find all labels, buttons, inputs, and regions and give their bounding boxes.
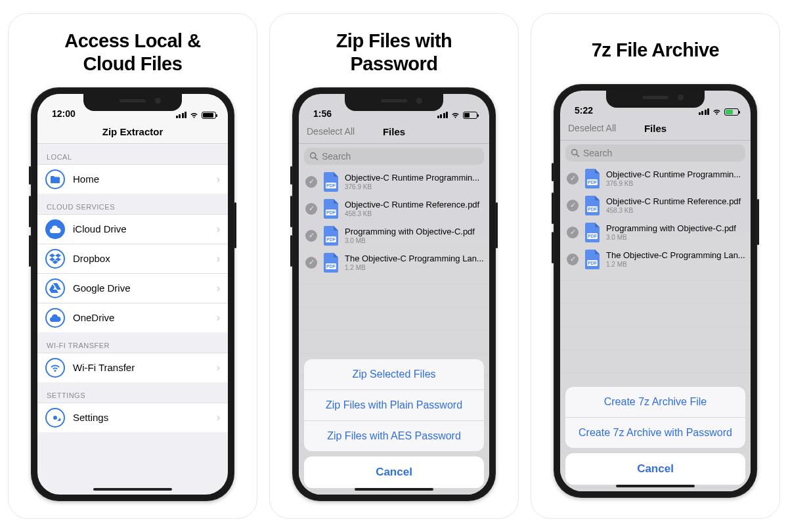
chevron-right-icon: › — [217, 282, 220, 294]
gdrive-icon — [45, 278, 65, 298]
gear-icon — [45, 408, 65, 428]
row-settings[interactable]: Settings › — [37, 403, 228, 432]
check-icon: ✓ — [567, 173, 579, 185]
check-icon: ✓ — [305, 203, 317, 215]
section-header-cloud: CLOUD SERVICES — [37, 194, 228, 214]
file-row[interactable]: ✓ Programming with Objective-C.pdf 3.0 M… — [560, 219, 751, 246]
file-name: Programming with Objective-C.pdf — [606, 223, 745, 233]
home-indicator[interactable] — [355, 488, 433, 491]
row-dropbox[interactable]: Dropbox › — [37, 244, 228, 273]
navbar-title: Zip Extractor — [102, 126, 164, 137]
file-size: 376.9 KB — [345, 183, 484, 190]
row-wifi-transfer[interactable]: Wi-Fi Transfer › — [37, 353, 228, 382]
pdf-icon — [322, 253, 339, 273]
cloud-icon — [45, 219, 65, 239]
file-name: The Objective-C Programming Lan... — [606, 250, 745, 260]
row-gdrive[interactable]: Google Drive › — [37, 273, 228, 303]
file-row[interactable]: ✓ The Objective-C Programming Lan... 1.2… — [299, 250, 489, 277]
svg-line-5 — [577, 154, 579, 156]
cancel-button[interactable]: Cancel — [565, 453, 745, 485]
wifi-icon — [450, 112, 460, 119]
chevron-right-icon: › — [217, 412, 220, 424]
file-row[interactable]: ✓ Objective-C Runtime Programmin... 376.… — [560, 166, 751, 192]
home-indicator[interactable] — [93, 488, 172, 491]
file-row[interactable]: ✓ Objective-C Runtime Reference.pdf 458.… — [299, 196, 489, 223]
chevron-right-icon: › — [217, 362, 220, 374]
row-home[interactable]: Home › — [37, 164, 228, 194]
file-size: 3.0 MB — [345, 237, 484, 244]
promo-panel-1: Access Local & Cloud Files 12:00 Zip Ext… — [8, 13, 257, 519]
signal-icon — [699, 108, 710, 115]
row-label: OneDrive — [73, 312, 217, 323]
search-icon — [309, 152, 318, 160]
pdf-icon — [322, 172, 339, 192]
section-header-local: LOCAL — [37, 144, 228, 164]
file-row[interactable]: ✓ Programming with Objective-C.pdf 3.0 M… — [299, 223, 489, 250]
action-sheet: Create 7z Archive File Create 7z Archive… — [565, 387, 745, 485]
file-row[interactable]: ✓ Objective-C Runtime Reference.pdf 458.… — [560, 192, 751, 219]
zip-plain-password-button[interactable]: Zip Files with Plain Password — [304, 390, 484, 421]
section-header-wifi: WI-FI TRANSFER — [37, 332, 228, 353]
chevron-right-icon: › — [217, 173, 220, 185]
check-icon: ✓ — [567, 227, 579, 238]
search-input[interactable]: Search — [304, 148, 484, 165]
check-icon: ✓ — [567, 200, 579, 211]
create-7z-password-button[interactable]: Create 7z Archive with Password — [565, 418, 745, 448]
file-name: Objective-C Runtime Programmin... — [606, 169, 745, 179]
zip-selected-button[interactable]: Zip Selected Files — [304, 359, 484, 390]
wifi-icon — [712, 108, 722, 116]
file-size: 1.2 MB — [345, 264, 484, 271]
check-icon: ✓ — [305, 257, 317, 269]
battery-icon — [202, 112, 216, 119]
onedrive-icon — [45, 308, 65, 328]
file-row[interactable]: ✓ The Objective-C Programming Lan... 1.2… — [560, 246, 751, 273]
navbar: Zip Extractor — [37, 120, 228, 144]
file-name: Programming with Objective-C.pdf — [345, 227, 484, 236]
status-time: 5:22 — [575, 105, 593, 116]
file-row[interactable]: ✓ Objective-C Runtime Programmin... 376.… — [299, 169, 489, 196]
row-label: Home — [73, 173, 217, 185]
file-size: 458.3 KB — [606, 207, 745, 214]
panel-title: Access Local & Cloud Files — [64, 30, 200, 76]
navbar-title: Files — [383, 126, 405, 137]
row-onedrive[interactable]: OneDrive › — [37, 303, 228, 332]
check-icon: ✓ — [305, 176, 317, 188]
search-input[interactable]: Search — [565, 144, 745, 162]
row-label: Wi-Fi Transfer — [73, 362, 217, 373]
battery-icon — [724, 108, 739, 116]
panel-title: Zip Files with Password — [336, 30, 452, 76]
pdf-icon — [584, 169, 601, 188]
status-time: 12:00 — [52, 108, 76, 119]
file-size: 458.3 KB — [345, 210, 484, 217]
navbar-title: Files — [644, 123, 667, 134]
row-icloud[interactable]: iCloud Drive › — [37, 214, 228, 244]
file-name: Objective-C Runtime Reference.pdf — [606, 196, 745, 206]
check-icon: ✓ — [305, 230, 317, 242]
chevron-right-icon: › — [217, 312, 220, 324]
home-indicator[interactable] — [616, 485, 695, 487]
row-label: iCloud Drive — [73, 223, 217, 234]
wifi-transfer-icon — [45, 358, 65, 378]
file-name: The Objective-C Programming Lan... — [345, 254, 484, 263]
promo-panel-2: Zip Files with Password 1:56 Deselect Al… — [269, 13, 519, 519]
phone-frame: 12:00 Zip Extractor LOCAL Home › — [31, 87, 234, 501]
pdf-icon — [322, 226, 339, 246]
section-header-settings: SETTINGS — [37, 382, 228, 403]
deselect-all-button[interactable]: Deselect All — [568, 123, 616, 133]
row-label: Settings — [73, 412, 217, 423]
zip-aes-password-button[interactable]: Zip Files with AES Password — [304, 421, 484, 451]
chevron-right-icon: › — [217, 223, 220, 235]
deselect-all-button[interactable]: Deselect All — [307, 126, 355, 137]
search-icon — [571, 148, 579, 157]
file-size: 376.9 KB — [606, 180, 745, 187]
wifi-icon — [189, 112, 199, 119]
pdf-icon — [584, 196, 601, 215]
check-icon: ✓ — [567, 254, 579, 265]
battery-icon — [463, 112, 477, 119]
chevron-right-icon: › — [217, 253, 220, 265]
cancel-button[interactable]: Cancel — [304, 456, 484, 488]
pdf-icon — [584, 250, 601, 269]
file-size: 1.2 MB — [606, 261, 745, 268]
create-7z-button[interactable]: Create 7z Archive File — [565, 387, 745, 418]
promo-panel-3: 7z File Archive 5:22 Deselect All Files — [531, 13, 780, 519]
